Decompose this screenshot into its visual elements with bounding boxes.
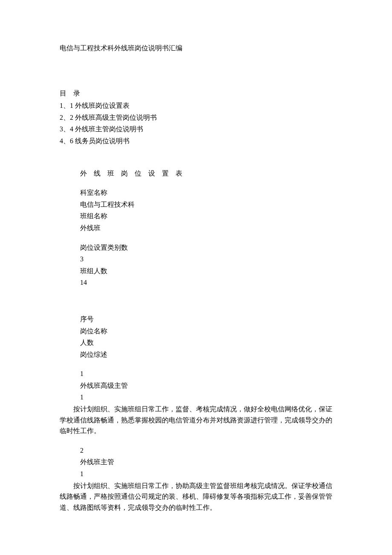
col-num: 人数 [80, 337, 332, 348]
document-title: 电信与工程技术科外线班岗位说明书汇编 [60, 43, 332, 54]
position-seq: 1 [80, 368, 332, 379]
position-summary: 按计划组织、实施班组日常工作，监督、考核完成情况，做好全校电信网络优化，保证学校… [60, 404, 332, 436]
col-seq: 序号 [80, 314, 332, 325]
position-num: 1 [80, 392, 332, 403]
team-label: 班组名称 [80, 211, 332, 222]
section-title: 外 线 班 岗 位 设 置 表 [60, 168, 332, 179]
position-summary: 按计划组织、实施班组日常工作，协助高级主管监督班组考核完成情况。保证学校通信线路… [60, 480, 332, 513]
col-summary: 岗位综述 [80, 349, 332, 360]
toc-item: 3、4 外线班主管岗位说明书 [60, 124, 332, 135]
position-entry: 2 外线班主管 1 按计划组织、实施班组日常工作，协助高级主管监督班组考核完成情… [60, 445, 332, 513]
position-name: 外线班主管 [80, 457, 332, 468]
position-entry: 1 外线班高级主管 1 按计划组织、实施班组日常工作，监督、考核完成情况，做好全… [60, 368, 332, 436]
dept-label: 科室名称 [80, 187, 332, 198]
team-value: 外线班 [80, 223, 332, 234]
toc-item: 4、6 线务员岗位说明书 [60, 136, 332, 147]
category-label: 岗位设置类别数 [80, 242, 332, 253]
dept-value: 电信与工程技术科 [80, 199, 332, 210]
toc: 目 录 1、1 外线班岗位设置表 2、2 外线班高级主管岗位说明书 3、4 外线… [60, 88, 332, 147]
toc-item: 2、2 外线班高级主管岗位说明书 [60, 112, 332, 123]
category-value: 3 [80, 254, 332, 265]
col-name: 岗位名称 [80, 326, 332, 337]
toc-header: 目 录 [60, 88, 332, 99]
toc-item: 1、1 外线班岗位设置表 [60, 100, 332, 111]
count-label: 班组人数 [80, 266, 332, 277]
position-num: 1 [80, 468, 332, 480]
position-name: 外线班高级主管 [80, 380, 332, 391]
count-value: 14 [80, 277, 332, 288]
position-seq: 2 [80, 445, 332, 456]
